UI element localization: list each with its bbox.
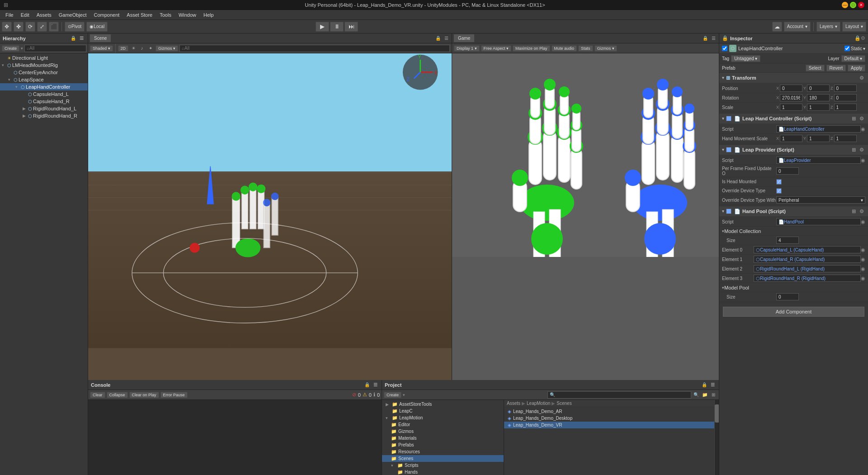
scale-z-input[interactable] — [834, 104, 857, 111]
layout-dropdown[interactable]: Layout ▾ — [842, 22, 866, 32]
project-scrollbar[interactable] — [714, 400, 719, 475]
step-button[interactable]: ⏭ — [344, 22, 358, 32]
element-0-value[interactable]: ⬡ CapsuleHand_L (CapsuleHand) — [754, 246, 861, 253]
project-lock-icon[interactable]: 🔒 — [701, 381, 708, 389]
menu-file[interactable]: File — [2, 11, 17, 19]
layer-dropdown[interactable]: Default ▾ — [841, 55, 865, 62]
project-item-leap-motion[interactable]: ▾ 📁 LeapMotion — [382, 414, 504, 421]
hp-script-ref[interactable]: 📄 HandPool — [776, 218, 861, 225]
project-item-scenes[interactable]: 📁 Scenes — [382, 455, 504, 462]
hierarchy-item-lm-head-mounted-rig[interactable]: ▾ ⬡ LMHeadMountedRig — [0, 62, 88, 69]
lp-settings-icon[interactable]: ⚙ — [858, 146, 865, 153]
project-item-gizmos[interactable]: 📁 Gizmos — [382, 428, 504, 435]
play-button[interactable]: ▶ — [316, 22, 329, 32]
scene-tab[interactable]: Scene — [90, 34, 111, 42]
override-device-dropdown[interactable]: Peripheral ▾ — [776, 196, 865, 204]
scene-audio-icon[interactable]: ♪ — [138, 45, 146, 52]
hierarchy-search-input[interactable] — [24, 45, 86, 52]
prefab-apply-button[interactable]: Apply — [848, 65, 865, 71]
account-dropdown[interactable]: Account ▾ — [784, 22, 811, 32]
prefab-select-button[interactable]: Select — [806, 65, 825, 71]
elem0-select[interactable]: ◉ — [861, 247, 865, 253]
position-x-input[interactable] — [780, 85, 802, 92]
mp-size-input[interactable] — [776, 293, 799, 300]
project-item-resources[interactable]: 📁 Resources — [382, 448, 504, 455]
scene-canvas[interactable]: X Y Z — [88, 53, 452, 380]
hierarchy-lock-icon[interactable]: 🔒 — [70, 35, 77, 42]
hierarchy-item-leap-space[interactable]: ▾ ⬡ LeapSpace — [0, 76, 88, 83]
rotation-x-input[interactable] — [780, 94, 802, 101]
project-item-prefabs[interactable]: 📁 Prefabs — [382, 442, 504, 448]
hierarchy-item-directional-light[interactable]: ☀ Directional Light — [0, 54, 88, 62]
hierarchy-menu-icon[interactable]: ☰ — [78, 35, 85, 42]
hierarchy-item-leap-hand-controller[interactable]: ▾ ⬡ LeapHandController — [0, 83, 88, 90]
move-tool-button[interactable]: ✤ — [14, 22, 24, 32]
project-item-editor[interactable]: 📁 Editor — [382, 421, 504, 428]
scale-tool-button[interactable]: ⤢ — [37, 22, 47, 32]
hms-y-input[interactable] — [807, 135, 830, 142]
project-item-materials[interactable]: 📁 Materials — [382, 435, 504, 442]
add-component-button[interactable]: Add Component — [723, 307, 864, 317]
hierarchy-create-button[interactable]: Create — [2, 45, 19, 52]
rect-tool-button[interactable]: ⬛ — [49, 22, 59, 32]
position-y-input[interactable] — [807, 85, 830, 92]
project-item-asset-store-tools[interactable]: ▶ 📁 AssetStoreTools — [382, 401, 504, 408]
collapse-button[interactable]: Collapse — [107, 392, 128, 398]
scene-search-input[interactable] — [179, 45, 450, 52]
scene-lock-icon[interactable]: 🔒 — [434, 35, 442, 42]
elem3-select[interactable]: ◉ — [861, 276, 865, 281]
game-lock-icon[interactable]: 🔒 — [702, 35, 709, 42]
static-chevron[interactable]: ▾ — [863, 46, 865, 51]
scene-light-icon[interactable]: ☀ — [130, 45, 137, 52]
lp-checkbox[interactable] — [726, 147, 731, 152]
hp-settings-icon[interactable]: ⚙ — [858, 208, 865, 215]
transform-settings-icon[interactable]: ⚙ — [858, 74, 865, 81]
per-frame-input[interactable] — [776, 167, 799, 175]
game-gizmos-button[interactable]: Gizmos ▾ — [594, 45, 617, 52]
hierarchy-item-rigid-round-hand-r[interactable]: ▶ ⬡ RigidRoundHand_R — [0, 112, 88, 119]
hierarchy-item-center-eye-anchor[interactable]: ⬡ CenterEyeAnchor — [0, 69, 88, 76]
game-tab[interactable]: Game — [454, 34, 474, 42]
mc-size-input[interactable] — [776, 237, 799, 244]
layers-dropdown[interactable]: Layers ▾ — [816, 22, 840, 32]
game-menu-icon[interactable]: ☰ — [710, 35, 717, 42]
project-item-hands[interactable]: 📁 Hands — [382, 469, 504, 475]
pause-button[interactable]: ⏸ — [330, 22, 344, 32]
hierarchy-item-capsule-hand-l[interactable]: ⬡ CapsuleHand_L — [0, 90, 88, 98]
aspect-button[interactable]: Free Aspect ▾ — [481, 45, 512, 52]
console-content[interactable] — [88, 400, 382, 475]
script-select-icon[interactable]: ◉ — [861, 126, 865, 132]
project-folder-icon[interactable]: 📁 — [701, 391, 708, 399]
head-mounted-checkbox[interactable]: ✓ — [776, 179, 782, 185]
scale-y-input[interactable] — [807, 104, 830, 111]
local-button[interactable]: ◉ Local — [86, 22, 108, 32]
gizmos-button[interactable]: Gizmos ▾ — [156, 45, 178, 52]
menu-component[interactable]: Component — [90, 11, 123, 19]
clear-on-play-button[interactable]: Clear on Play — [129, 392, 159, 398]
error-pause-button[interactable]: Error Pause — [160, 392, 188, 398]
object-name-input[interactable] — [738, 46, 843, 51]
hms-x-input[interactable] — [780, 135, 802, 142]
scale-x-input[interactable] — [780, 104, 802, 111]
project-item-scripts[interactable]: ▾ 📁 Scripts — [382, 462, 504, 469]
hand-tool-button[interactable]: ✥ — [2, 22, 12, 32]
close-button[interactable]: ✕ — [858, 2, 864, 8]
lhc-checkbox[interactable] — [726, 116, 731, 121]
lp-script-select[interactable]: ◉ — [861, 157, 865, 163]
elem1-select[interactable]: ◉ — [861, 256, 865, 262]
leap-provider-header[interactable]: ▾ 📄 Leap Provider (Script) ⊞ ⚙ — [719, 145, 868, 155]
hp-checkbox[interactable] — [726, 209, 731, 214]
rotation-z-input[interactable] — [834, 94, 857, 101]
prefab-revert-button[interactable]: Revert — [826, 65, 846, 71]
menu-assets[interactable]: Assets — [33, 11, 55, 19]
console-menu-icon[interactable]: ☰ — [372, 381, 379, 389]
inspector-gear-button[interactable]: ⚙ — [861, 35, 865, 41]
shading-button[interactable]: Shaded ▾ — [90, 45, 113, 52]
static-checkbox[interactable] — [844, 46, 850, 51]
element-1-value[interactable]: ⬡ CapsuleHand_R (CapsuleHand) — [754, 256, 861, 263]
menu-help[interactable]: Help — [200, 11, 217, 19]
scene-fx-icon[interactable]: ✦ — [147, 45, 154, 52]
hierarchy-item-capsule-hand-r[interactable]: ⬡ CapsuleHand_R — [0, 98, 88, 105]
rotate-tool-button[interactable]: ⟳ — [25, 22, 35, 32]
display-button[interactable]: Display 1 ▾ — [454, 45, 480, 52]
